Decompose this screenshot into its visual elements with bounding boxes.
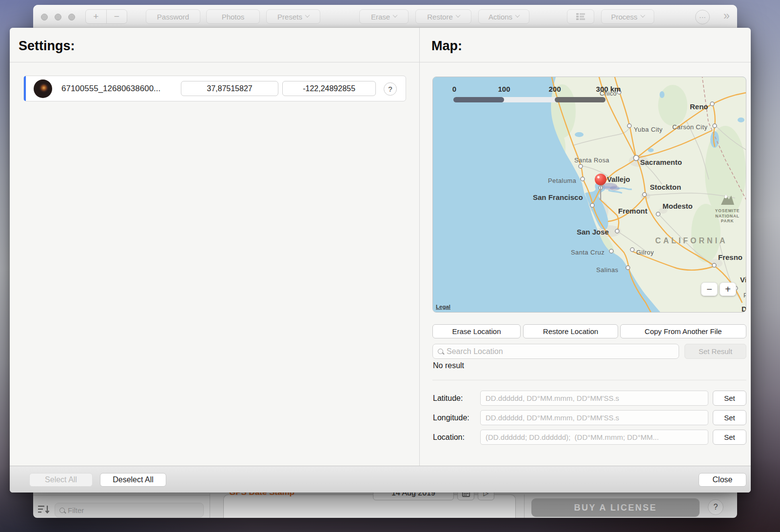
process-dropdown[interactable]: Process [601, 9, 654, 24]
list-icon [576, 13, 585, 20]
photo-filename: 67100555_12680638600... [61, 76, 160, 101]
app-help-button[interactable]: ? [708, 499, 723, 515]
map-city-label: Petaluma [548, 177, 576, 184]
photo-row[interactable]: 67100555_12680638600... ? [23, 76, 406, 101]
desktop: + − Password Photos Presets Erase Restor… [0, 0, 780, 532]
search-location-input[interactable] [447, 347, 674, 356]
add-remove-control: + − [85, 9, 127, 24]
deselect-all-button[interactable]: Deselect All [100, 473, 166, 487]
selection-indicator [24, 76, 26, 101]
erase-dropdown[interactable]: Erase [359, 9, 409, 24]
map-city-dot [615, 229, 619, 233]
sidebar-right-border [210, 493, 210, 518]
map-city-label: Po [743, 292, 746, 299]
buy-license-button[interactable]: BUY A LICENSE [531, 498, 700, 517]
map-city-label: Vallejo [607, 175, 630, 183]
log-list-button[interactable] [567, 9, 594, 24]
map-city-label: San Francisco [533, 193, 583, 201]
latitude-input[interactable] [480, 391, 708, 406]
photos-button[interactable]: Photos [206, 9, 260, 24]
search-location-field[interactable] [432, 344, 679, 359]
pane-divider [419, 28, 420, 466]
zoom-window-button[interactable] [68, 14, 75, 20]
geotag-dialog: Settings: Map: 67100555_12680638600... ? [10, 28, 751, 493]
map-city-dot [627, 124, 631, 128]
row-help-button[interactable]: ? [384, 82, 397, 96]
chevron-down-icon [455, 13, 460, 18]
park-label: PARK [721, 218, 734, 223]
sidebar-top-border [33, 495, 210, 495]
chevron-down-icon [393, 13, 398, 18]
minimize-window-button[interactable] [55, 14, 61, 20]
section-divider [432, 380, 746, 380]
chevron-down-icon [640, 13, 645, 18]
add-button[interactable]: + [86, 10, 107, 23]
photo-longitude-field[interactable] [282, 81, 376, 96]
location-label: Location: [433, 430, 465, 445]
search-result-status: No result [433, 361, 464, 370]
map-city-label: Santa Rosa [574, 157, 609, 164]
settings-pane-title: Settings: [19, 39, 75, 54]
actions-dropdown[interactable]: Actions [478, 9, 529, 24]
map-city-dot [712, 263, 716, 267]
presets-dropdown[interactable]: Presets [266, 9, 320, 24]
map-city-dot [634, 156, 639, 161]
map-city-label: Yuba City [634, 126, 663, 133]
panel-right-border [524, 494, 525, 518]
set-longitude-button[interactable]: Set [713, 410, 746, 425]
more-options-button[interactable]: ... [695, 10, 710, 24]
map-city-dot [626, 266, 630, 270]
map-city-dot [643, 193, 646, 197]
remove-button[interactable]: − [107, 10, 127, 23]
actions-label: Actions [488, 13, 512, 21]
longitude-input[interactable] [480, 410, 708, 425]
scale-tick: 0 [452, 85, 456, 93]
filter-field[interactable] [55, 503, 204, 517]
photo-thumbnail [34, 79, 52, 98]
map[interactable]: YOSEMITE NATIONAL PARK CALIFORNIA ChicoR… [432, 77, 746, 313]
filter-input[interactable] [68, 506, 199, 514]
map-city-label: Delan [741, 305, 746, 313]
map-city-label: Stockton [650, 183, 681, 191]
scale-tick: 200 [548, 85, 561, 93]
restore-location-button[interactable]: Restore Location [523, 324, 618, 338]
map-city-dot [713, 124, 717, 128]
chevron-down-icon [515, 13, 520, 18]
close-button[interactable]: Close [699, 473, 746, 487]
process-label: Process [611, 13, 637, 21]
map-city-label: Sacramento [640, 158, 682, 166]
location-input[interactable] [480, 430, 708, 445]
map-city-label: Carson City [672, 123, 707, 131]
erase-label: Erase [371, 13, 390, 21]
select-all-button[interactable]: Select All [29, 473, 93, 487]
toolbar-overflow-button[interactable]: » [723, 9, 730, 22]
zoom-out-button[interactable]: − [701, 282, 718, 296]
copy-from-file-button[interactable]: Copy From Another File [620, 324, 746, 338]
scale-tick: 100 [498, 85, 510, 93]
header-divider [10, 62, 751, 62]
chevron-down-icon [305, 13, 310, 18]
search-icon [59, 508, 65, 513]
double-chevron-icon: » [723, 9, 730, 22]
map-city-label: Gilroy [636, 249, 654, 256]
close-window-button[interactable] [41, 14, 48, 20]
map-city-label: Fremont [618, 207, 647, 215]
photo-latitude-field[interactable] [181, 81, 278, 96]
set-result-button[interactable]: Set Result [684, 344, 746, 359]
password-button[interactable]: Password [146, 9, 200, 24]
photos-button-label: Photos [222, 13, 245, 21]
sort-icon[interactable] [38, 504, 51, 516]
legal-link[interactable]: Legal [436, 304, 450, 310]
set-location-button[interactable]: Set [713, 430, 746, 445]
set-latitude-button[interactable]: Set [713, 391, 746, 406]
map-pane-title: Map: [431, 39, 462, 54]
restore-dropdown[interactable]: Restore [415, 9, 471, 24]
scale-tick: 300 km [596, 85, 621, 93]
map-city-label: Reno [690, 102, 708, 111]
latitude-label: Latitude: [433, 391, 463, 406]
zoom-in-button[interactable]: + [720, 282, 736, 296]
erase-location-button[interactable]: Erase Location [432, 324, 521, 338]
map-city-label: Fresno [718, 253, 742, 261]
map-city-label: Salinas [596, 266, 619, 274]
map-city-label: Modesto [663, 202, 693, 210]
